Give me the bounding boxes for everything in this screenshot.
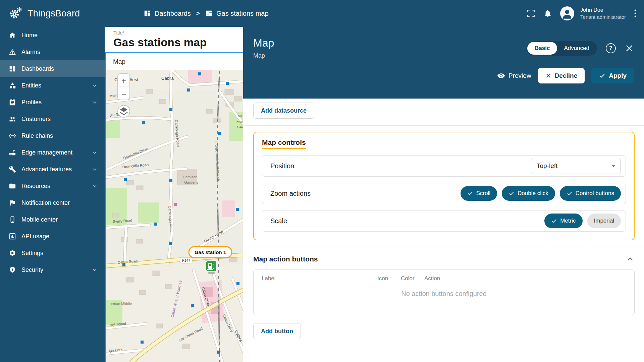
sidebar-item-rule-chains[interactable]: Rule chains [0,127,105,144]
column-icon: Icon [377,275,401,282]
avatar[interactable] [560,6,574,20]
column-label: Label [262,275,377,282]
notifications-bell-icon[interactable] [543,9,552,18]
settings-body: Add datasource Map controls Position Top… [243,99,644,362]
title-field-label: Title* [113,30,243,36]
sidebar-item-mobile-center[interactable]: Mobile center [0,211,105,228]
breadcrumb-separator: > [196,10,200,17]
sidebar-item-resources[interactable]: Resources [0,178,105,194]
map-preview[interactable]: Cabra West Cabra maris Road gle Road Dru… [106,70,243,362]
dashboard-icon [205,10,213,17]
apply-button[interactable]: Apply [591,68,634,83]
position-row: Position Top-left [262,155,626,177]
sidebar-item-label: Edge management [21,149,72,156]
sidebar-item-alarms[interactable]: Alarms [0,44,105,60]
column-action: Action [424,275,626,282]
position-select[interactable]: Top-left [531,158,621,174]
position-label: Position [270,162,294,170]
table-header: Label Icon Color Action [254,270,634,282]
dashboard-title-field[interactable]: Title* Gas stations map [105,27,243,53]
chip-double-click[interactable]: Double click [502,186,555,201]
rule-chains-icon [9,132,16,139]
zoom-in-button[interactable]: + [121,76,126,85]
fullscreen-icon[interactable] [527,9,535,18]
settings-actions: Preview Decline Apply [243,59,644,83]
x-icon [545,73,551,79]
kebab-menu-icon[interactable] [634,9,637,18]
svg-text:Hamilton: Hamilton [183,175,197,179]
sidebar-item-home[interactable]: Home [0,27,105,44]
zoom-actions-row: Zoom actions Scroll Double click Cont [262,183,626,204]
chevron-down-icon [91,166,98,173]
sidebar-item-label: Settings [21,250,43,257]
svg-text:Na: Na [238,114,242,118]
sidebar-item-label: Resources [21,183,50,190]
dashboard-icon [9,65,16,72]
decline-button[interactable]: Decline [538,68,585,83]
map-action-buttons-heading: Map action buttons [253,255,318,263]
section-divider [243,247,644,247]
sidebar-item-dashboards[interactable]: Dashboards [0,60,105,77]
user-icon [560,6,574,20]
column-color: Color [401,275,424,282]
user-name: John Doe [580,7,626,14]
app-name: ThingsBoard [28,8,80,19]
chip-scroll[interactable]: Scroll [461,186,497,201]
close-icon[interactable] [625,44,634,53]
map-layers-button[interactable] [118,105,130,117]
gas-station-tooltip[interactable]: Gas station 1 [189,247,232,258]
sidebar-item-customers[interactable]: Customers [0,111,105,127]
empty-state-text: No action buttons configured [254,290,634,298]
svg-text:GAA: GAA [237,125,243,129]
chevron-down-icon [610,162,617,170]
badge-icon [9,99,16,106]
chevron-up-icon[interactable] [626,255,635,263]
chevron-down-icon [91,149,98,156]
chevron-down-icon [91,99,98,106]
chip-imperial[interactable]: Imperial [587,214,621,228]
check-icon [551,218,557,224]
chip-metric[interactable]: Metric [544,214,582,228]
svg-text:Cabra: Cabra [161,76,174,81]
add-button[interactable]: Add button [253,323,301,339]
map-controls-section: Map controls Position Top-left Zoom acti… [253,132,635,240]
zoom-out-button[interactable]: − [121,89,126,99]
sidebar-item-edge-management[interactable]: Edge management [0,144,105,161]
sidebar-item-notification-center[interactable]: Notification center [0,194,105,211]
add-datasource-button[interactable]: Add datasource [253,103,314,119]
breadcrumb-label: Gas stations map [216,10,269,17]
breadcrumb-dashboards[interactable]: Dashboards [144,10,191,17]
help-button[interactable]: ? [606,43,616,53]
sidebar-item-label: Entities [21,82,41,89]
chevron-down-icon [91,266,98,273]
sidebar-item-advanced-features[interactable]: Advanced features [0,161,105,178]
sidebar-item-settings[interactable]: Settings [0,245,105,261]
toggle-basic[interactable]: Basic [527,42,557,55]
widget-editor-panel: Title* Gas stations map Map [105,27,243,362]
zoom-actions-label: Zoom actions [270,190,311,197]
sidebar-item-api-usage[interactable]: API usage [0,228,105,245]
svg-text:R147: R147 [182,259,190,262]
chart-icon [9,233,16,240]
settings-subtitle: Map [253,52,274,59]
map-widget: Map [105,53,243,362]
map-canvas[interactable]: Cabra West Cabra maris Road gle Road Dru… [106,70,243,362]
check-icon [599,72,605,79]
user-info[interactable]: John Doe Tenant administrator [580,7,626,20]
folder-icon [9,182,16,190]
toggle-advanced[interactable]: Advanced [557,42,596,55]
thingsboard-logo-icon [8,6,23,21]
action-buttons-table: Label Icon Color Action No action button… [253,269,635,315]
check-icon [467,190,473,196]
dashboard-icon [144,10,151,17]
sidebar-item-profiles[interactable]: Profiles [0,94,105,111]
app-logo[interactable]: ThingsBoard [0,6,105,21]
sidebar: Home Alarms Dashboards Entities Profiles… [0,27,105,362]
sidebar-item-label: Rule chains [21,132,53,139]
sidebar-item-entities[interactable]: Entities [0,77,105,94]
chip-control-buttons[interactable]: Control buttons [560,186,621,201]
breadcrumb-current-page[interactable]: Gas stations map [205,10,269,17]
sidebar-item-label: Dashboards [21,65,54,72]
preview-button[interactable]: Preview [497,72,531,80]
sidebar-item-security[interactable]: Security [0,261,105,278]
